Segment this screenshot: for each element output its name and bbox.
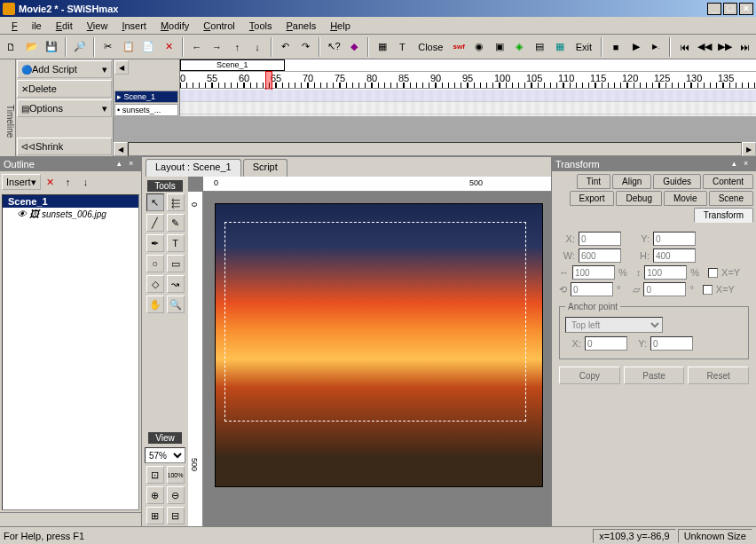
zoom-fit-button[interactable]: ⊡: [146, 466, 164, 484]
timeline-left-scroll[interactable]: ◀: [114, 60, 129, 75]
y-input[interactable]: [653, 232, 696, 246]
redo-button[interactable]: ↷: [296, 37, 316, 57]
outline-down-button[interactable]: ↓: [78, 174, 94, 190]
select-tool[interactable]: ↖: [146, 193, 164, 211]
line-tool[interactable]: ╱: [146, 214, 164, 232]
menu-modify[interactable]: Modify: [154, 19, 196, 33]
text-tool[interactable]: T: [167, 234, 185, 252]
outline-up-button[interactable]: ↑: [60, 174, 76, 190]
nav-back-button[interactable]: ←: [187, 37, 207, 57]
timeline-options-button[interactable]: ▤Options▾: [17, 99, 112, 117]
zoom-out-button[interactable]: ⊖: [167, 486, 185, 504]
h-input[interactable]: [653, 248, 696, 263]
panel-close-icon[interactable]: ×: [744, 160, 752, 169]
outline-tree[interactable]: Scene_1👁🖼 sunsets_006.jpg: [2, 194, 139, 510]
end-button[interactable]: ⏭: [736, 37, 755, 57]
menu-tools[interactable]: Tools: [242, 19, 280, 33]
shrink-button[interactable]: ᐊᐊ Shrink: [17, 138, 112, 155]
tab-tint[interactable]: Tint: [577, 174, 610, 189]
timeline-track[interactable]: [180, 102, 756, 114]
effect1-button[interactable]: ◉: [469, 37, 489, 57]
zoom-in-button[interactable]: ⊕: [146, 486, 164, 504]
outline-item[interactable]: Scene_1: [3, 195, 138, 208]
menu-view[interactable]: View: [80, 19, 115, 33]
x-input[interactable]: [579, 232, 621, 246]
outline-scrollbar[interactable]: [0, 512, 141, 526]
tab-align[interactable]: Align: [612, 174, 651, 189]
tab-scene[interactable]: Scene: [709, 191, 753, 206]
close-button[interactable]: ×: [739, 3, 753, 15]
effect4-button[interactable]: ▤: [530, 37, 549, 57]
find-button[interactable]: 🔎: [70, 37, 90, 57]
nav-down-button[interactable]: ↓: [248, 37, 267, 57]
open-button[interactable]: 📂: [22, 37, 42, 57]
text-tool-button[interactable]: T: [392, 37, 412, 57]
rewind-button[interactable]: ⏮: [674, 37, 694, 57]
copy-button[interactable]: 📋: [119, 37, 138, 57]
insert-frame-button[interactable]: ▦: [373, 37, 392, 57]
w-input[interactable]: [579, 248, 621, 263]
panel-collapse-icon[interactable]: ▴: [117, 160, 126, 169]
outline-item[interactable]: 👁🖼 sunsets_006.jpg: [3, 208, 138, 220]
swf-icon[interactable]: swf: [449, 37, 469, 57]
step-back-button[interactable]: ◀◀: [695, 37, 714, 57]
pen-tool[interactable]: ✒: [146, 234, 164, 252]
zoom-select[interactable]: 57%: [145, 447, 185, 463]
pencil-tool[interactable]: ✎: [167, 214, 185, 232]
canvas-area[interactable]: 0 500 0 500: [188, 177, 551, 526]
menu-panels[interactable]: Panels: [280, 19, 324, 33]
nav-up-button[interactable]: ↑: [227, 37, 247, 57]
step-fwd-button[interactable]: ▶▶: [715, 37, 735, 57]
scalex-input[interactable]: [572, 265, 615, 280]
delete-script-button[interactable]: ✕Delete: [17, 80, 112, 98]
timeline-row-label[interactable]: ▸ Scene_1: [114, 91, 178, 103]
menu-file[interactable]: File: [4, 19, 49, 33]
tab-script[interactable]: Script: [243, 159, 287, 177]
tab-transform[interactable]: Transform: [694, 208, 753, 223]
scaley-input[interactable]: [644, 265, 687, 280]
timeline-side-tab[interactable]: Timeline: [0, 59, 16, 156]
outline-insert-button[interactable]: Insert ▾: [2, 174, 41, 190]
timeline-scroll-right[interactable]: ▶: [742, 142, 756, 156]
skew-input[interactable]: [643, 282, 686, 296]
maximize-button[interactable]: □: [723, 3, 737, 15]
add-script-button[interactable]: 🔵Add Script▾: [17, 60, 112, 78]
rect-tool[interactable]: ▭: [167, 255, 185, 272]
menu-insert[interactable]: Insert: [114, 19, 154, 33]
playhead-marker[interactable]: [265, 71, 272, 90]
outline-delete-button[interactable]: ✕: [43, 174, 59, 190]
nav-fwd-button[interactable]: →: [208, 37, 227, 57]
delete-button[interactable]: ✕: [159, 37, 178, 57]
play-scene-button[interactable]: ▶.: [647, 37, 666, 57]
stage[interactable]: [215, 203, 543, 487]
new-button[interactable]: 🗋: [2, 37, 21, 57]
zoom-100-button[interactable]: 100%: [167, 466, 185, 484]
anchor-x-input[interactable]: [585, 336, 627, 351]
motion-tool[interactable]: ↝: [167, 275, 185, 293]
copy-button[interactable]: Copy: [559, 367, 620, 384]
effect2-button[interactable]: ▣: [490, 37, 509, 57]
paste-button[interactable]: Paste: [624, 367, 685, 384]
anchor-y-input[interactable]: [650, 336, 693, 351]
stop-button[interactable]: ■: [606, 37, 626, 57]
play-button[interactable]: ▶: [626, 37, 646, 57]
ellipse-tool[interactable]: ○: [146, 255, 164, 272]
effect3-button[interactable]: ◈: [510, 37, 530, 57]
rotate-input[interactable]: [571, 282, 613, 296]
exit-button[interactable]: Exit: [571, 37, 597, 57]
cut-button[interactable]: ✂: [98, 37, 118, 57]
help-button[interactable]: ◆: [344, 37, 364, 57]
reshape-tool[interactable]: ⬱: [167, 193, 185, 211]
timeline-row-label[interactable]: • sunsets_...: [114, 104, 178, 116]
menu-control[interactable]: Control: [196, 19, 241, 33]
panel-collapse-icon[interactable]: ▴: [732, 160, 741, 169]
paste-button[interactable]: 📄: [138, 37, 158, 57]
zoom-tool[interactable]: 🔍: [167, 296, 185, 313]
timeline-track[interactable]: [180, 90, 756, 102]
timeline-scrollbar[interactable]: [128, 142, 742, 156]
xy-lock-checkbox[interactable]: [708, 268, 718, 278]
xy-lock2-checkbox[interactable]: [703, 285, 713, 295]
tab-debug[interactable]: Debug: [616, 191, 661, 206]
menu-help[interactable]: Help: [323, 19, 358, 33]
tab-layout[interactable]: Layout : Scene_1: [146, 159, 241, 177]
